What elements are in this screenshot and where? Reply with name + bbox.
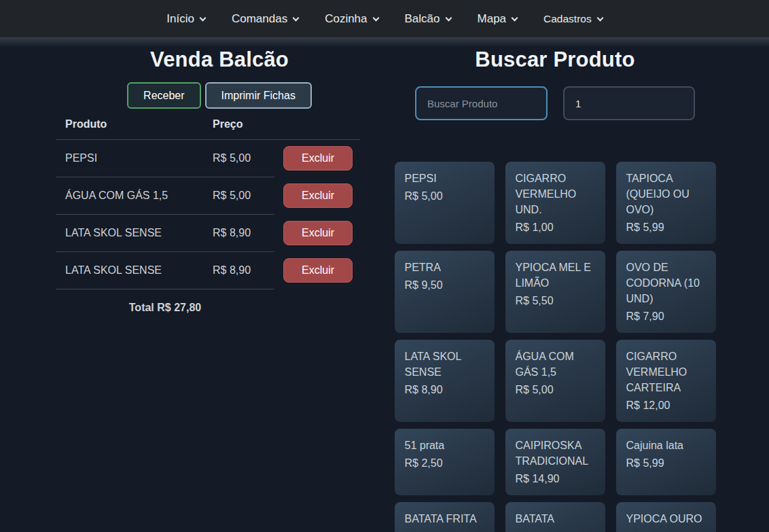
- product-card-name: CAIPIROSKA TRADICIONAL: [516, 438, 595, 469]
- nav-item-cozinha[interactable]: Cozinha: [325, 12, 378, 26]
- buscar-produto-panel: Buscar Produto PEPSI R$ 5,00 CIGARRO VER…: [391, 37, 719, 532]
- product-card-name: PETRA: [405, 260, 484, 275]
- nav-item-cadastros[interactable]: Cadastros: [543, 13, 603, 25]
- product-card[interactable]: TAPIOCA (QUEIJO OU OVO) R$ 5,99: [616, 162, 716, 244]
- product-card-name: LATA SKOL SENSE: [405, 349, 484, 380]
- nav-item-label: Balcão: [405, 12, 440, 25]
- nav-item-balcao[interactable]: Balcão: [405, 12, 451, 26]
- product-card-price: R$ 8,90: [405, 382, 484, 397]
- chevron-down-icon: [512, 14, 518, 21]
- nav-item-mapa[interactable]: Mapa: [478, 12, 518, 26]
- cart-total-spacer: [274, 289, 360, 327]
- nav-item-label: Cadastros: [543, 13, 592, 24]
- cart-row-action-cell: Excluir: [274, 215, 360, 252]
- excluir-button[interactable]: Excluir: [283, 221, 353, 245]
- product-card-price: R$ 5,99: [626, 455, 706, 471]
- cart-product-price: R$ 5,00: [203, 177, 274, 215]
- product-card[interactable]: CIGARRO VERMELHO UND. R$ 1,00: [505, 162, 605, 244]
- produto-column-header: Produto: [56, 114, 203, 140]
- cart-table-header-row: Produto Preço: [56, 114, 360, 140]
- cart-table-row: ÁGUA COM GÁS 1,5 R$ 5,00 Excluir: [56, 177, 360, 215]
- buscar-produto-title: Buscar Produto: [391, 48, 719, 72]
- product-card-name: PEPSI: [405, 171, 484, 186]
- cart-product-name: ÁGUA COM GÁS 1,5: [56, 177, 203, 215]
- product-card-name: BATATA: [516, 511, 595, 527]
- action-buttons-row: Receber Imprimir Fichas: [54, 82, 385, 109]
- search-input[interactable]: [415, 86, 548, 120]
- cart-product-price: R$ 8,90: [203, 215, 274, 252]
- product-card[interactable]: OVO DE CODORNA (10 UND) R$ 7,90: [616, 251, 716, 333]
- product-card-name: BATATA FRITA: [405, 511, 484, 527]
- product-card-price: R$ 5,00: [516, 382, 595, 397]
- product-card-price: R$ 2,50: [405, 455, 484, 471]
- imprimir-fichas-button[interactable]: Imprimir Fichas: [205, 82, 312, 109]
- cart-row-action-cell: Excluir: [274, 177, 360, 215]
- product-card[interactable]: Cajuina lata R$ 5,99: [616, 429, 716, 495]
- chevron-down-icon: [596, 14, 603, 21]
- cart-total: Total R$ 27,80: [56, 289, 274, 327]
- product-grid: PEPSI R$ 5,00 CIGARRO VERMELHO UND. R$ 1…: [395, 162, 716, 532]
- excluir-button[interactable]: Excluir: [283, 183, 353, 208]
- nav-item-label: Início: [166, 12, 194, 25]
- cart-row-action-cell: Excluir: [274, 252, 360, 289]
- main-content: Venda Balcão Receber Imprimir Fichas Pro…: [0, 37, 769, 532]
- nav-item-label: Comandas: [232, 12, 287, 25]
- product-card-price: R$ 12,00: [626, 397, 706, 413]
- product-card-name: OVO DE CODORNA (10 UND): [626, 260, 706, 306]
- product-card-name: 51 prata: [405, 438, 484, 453]
- chevron-down-icon: [199, 14, 206, 21]
- quantity-input[interactable]: [563, 86, 695, 120]
- cart-table-row: LATA SKOL SENSE R$ 8,90 Excluir: [56, 252, 360, 289]
- cart-table: Produto Preço PEPSI R$ 5,00 Excluir ÁGUA…: [56, 114, 360, 326]
- cart-table-row: PEPSI R$ 5,00 Excluir: [56, 140, 360, 177]
- cart-product-name: PEPSI: [56, 140, 203, 177]
- chevron-down-icon: [445, 14, 452, 21]
- cart-product-name: LATA SKOL SENSE: [56, 252, 203, 289]
- product-card-price: R$ 5,99: [626, 219, 706, 235]
- action-column-header: [274, 114, 360, 140]
- cart-table-row: LATA SKOL SENSE R$ 8,90 Excluir: [56, 215, 360, 252]
- product-card[interactable]: PETRA R$ 9,50: [395, 251, 495, 333]
- product-card-name: YPIOCA MEL E LIMÃO: [516, 260, 595, 291]
- product-card-price: R$ 9,50: [405, 277, 484, 293]
- product-card[interactable]: BATATA: [505, 502, 605, 532]
- product-card-price: R$ 5,00: [405, 188, 484, 204]
- product-card-name: TAPIOCA (QUEIJO OU OVO): [626, 171, 706, 217]
- cart-product-price: R$ 8,90: [203, 252, 274, 289]
- product-card-price: R$ 14,90: [516, 471, 595, 486]
- product-card-price: R$ 1,00: [516, 219, 595, 235]
- product-card[interactable]: BATATA FRITA: [395, 502, 495, 532]
- product-card-name: CIGARRO VERMELHO CARTEIRA: [626, 349, 706, 395]
- product-card[interactable]: 51 prata R$ 2,50: [395, 429, 495, 495]
- nav-item-comandas[interactable]: Comandas: [232, 12, 298, 26]
- product-card[interactable]: CAIPIROSKA TRADICIONAL R$ 14,90: [505, 429, 605, 495]
- cart-product-name: LATA SKOL SENSE: [56, 215, 203, 252]
- product-card-name: ÁGUA COM GÁS 1,5: [516, 349, 595, 380]
- product-card-price: R$ 5,50: [516, 293, 595, 308]
- preco-column-header: Preço: [203, 114, 274, 140]
- cart-row-action-cell: Excluir: [274, 140, 360, 177]
- venda-balcao-title: Venda Balcão: [54, 48, 385, 72]
- product-card[interactable]: YPIOCA MEL E LIMÃO R$ 5,50: [505, 251, 605, 333]
- top-navbar: Início Comandas Cozinha Balcão Mapa Cada…: [0, 0, 769, 37]
- product-card-name: CIGARRO VERMELHO UND.: [516, 171, 595, 217]
- chevron-down-icon: [293, 14, 300, 21]
- nav-item-label: Mapa: [478, 12, 507, 25]
- product-card[interactable]: LATA SKOL SENSE R$ 8,90: [395, 340, 495, 422]
- product-card-name: YPIOCA OURO: [626, 511, 706, 527]
- product-card[interactable]: PEPSI R$ 5,00: [395, 162, 495, 244]
- search-inputs-row: [391, 86, 719, 120]
- cart-product-price: R$ 5,00: [203, 140, 274, 177]
- nav-item-label: Cozinha: [325, 12, 367, 25]
- nav-item-inicio[interactable]: Início: [166, 12, 205, 26]
- venda-balcao-panel: Venda Balcão Receber Imprimir Fichas Pro…: [54, 37, 385, 326]
- product-card[interactable]: YPIOCA OURO: [616, 502, 716, 532]
- product-card[interactable]: CIGARRO VERMELHO CARTEIRA R$ 12,00: [616, 340, 716, 422]
- cart-total-row: Total R$ 27,80: [56, 289, 360, 327]
- product-card[interactable]: ÁGUA COM GÁS 1,5 R$ 5,00: [505, 340, 605, 422]
- product-card-name: Cajuina lata: [626, 438, 706, 453]
- chevron-down-icon: [372, 14, 379, 21]
- excluir-button[interactable]: Excluir: [283, 146, 353, 171]
- receber-button[interactable]: Receber: [127, 82, 200, 109]
- excluir-button[interactable]: Excluir: [283, 258, 353, 283]
